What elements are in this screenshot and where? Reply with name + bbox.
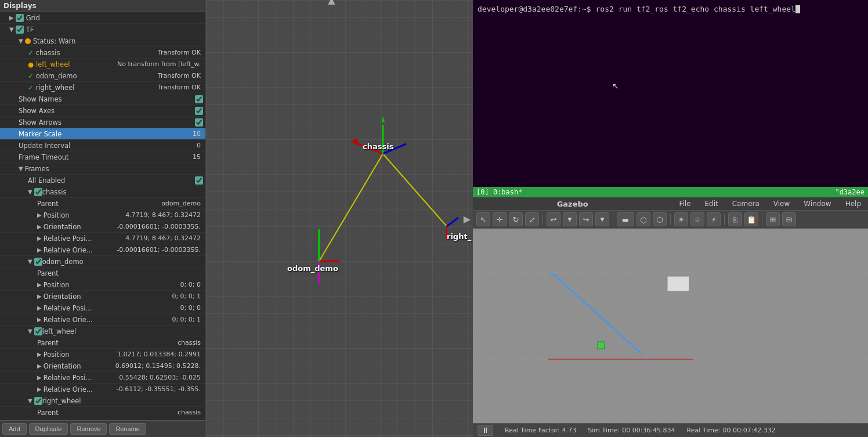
chassis-relpos-row[interactable]: ▶ Relative Posi... 4.7719; 8.467; 0.3247…: [0, 233, 205, 244]
mouse-cursor-indicator: ↖: [612, 81, 619, 91]
odom-orientation-value: 0; 0; 0; 1: [172, 292, 203, 300]
odom-frame-checkbox[interactable]: [34, 258, 42, 266]
show-arrows-row[interactable]: Show Arrows: [0, 117, 205, 128]
show-names-checkbox[interactable]: [195, 95, 203, 103]
marker-scale-row[interactable]: Marker Scale 10: [0, 128, 205, 140]
rotate-tool-btn[interactable]: ↻: [509, 212, 523, 226]
odom-frame-expand[interactable]: ▼: [28, 258, 32, 265]
show-axes-row[interactable]: Show Axes: [0, 105, 205, 117]
cylinder-btn[interactable]: ⬡: [653, 212, 667, 226]
tf-checkbox[interactable]: [16, 26, 24, 34]
lw-position-row[interactable]: ▶ Position 1.0217; 0.013384; 0.2991: [0, 349, 205, 360]
frame-timeout-row[interactable]: Frame Timeout 15: [0, 151, 205, 163]
update-interval-row[interactable]: Update Interval 0: [0, 140, 205, 151]
chassis-position-row[interactable]: ▶ Position 4.7719; 8.467; 0.32472: [0, 210, 205, 221]
chassis-relorie-row[interactable]: ▶ Relative Orie... -0.00016601; -0.00033…: [0, 244, 205, 256]
gazebo-menu-view[interactable]: View: [771, 198, 792, 209]
gazebo-menu-edit[interactable]: Edit: [702, 198, 720, 209]
svg-rect-16: [598, 342, 605, 349]
copy-btn[interactable]: ⎘: [728, 212, 742, 226]
light2-btn[interactable]: ☆: [690, 212, 704, 226]
show-names-row[interactable]: Show Names: [0, 93, 205, 105]
grid-label[interactable]: Grid: [26, 14, 203, 22]
status-warn-dot: [25, 38, 31, 44]
toolbar-sep-3: [670, 214, 671, 225]
chassis-status-row[interactable]: ✓ chassis Transform OK: [0, 47, 205, 59]
status-row[interactable]: ▼ Status: Warn: [0, 35, 205, 47]
odom-relpos-row[interactable]: ▶ Relative Posi... 0; 0; 0: [0, 302, 205, 314]
chassis-orientation-row[interactable]: ▶ Orientation -0.00016601; -0.0003355.: [0, 221, 205, 233]
right-wheel-frame-checkbox[interactable]: [34, 397, 42, 405]
align-btn[interactable]: ⊞: [766, 212, 780, 226]
gazebo-menu-help[interactable]: Help: [843, 198, 863, 209]
tf-row[interactable]: ▼ TF: [0, 24, 205, 35]
rename-button[interactable]: Rename: [109, 423, 146, 435]
frame-timeout-label: Frame Timeout: [19, 153, 193, 161]
odom-relpos-value: 0; 0; 0: [180, 304, 203, 312]
gazebo-menu-camera[interactable]: Camera: [730, 198, 762, 209]
status-expand-arrow[interactable]: ▼: [19, 38, 23, 44]
toolbar-sep-4: [724, 214, 725, 225]
odom-orientation-row[interactable]: ▶ Orientation 0; 0; 0; 1: [0, 291, 205, 302]
undo-btn[interactable]: ↩: [547, 212, 560, 226]
odom-demo-frame-row[interactable]: ▼ odom_demo: [0, 256, 205, 268]
undo-dropdown-btn[interactable]: ▼: [563, 212, 577, 226]
pause-button[interactable]: ⏸: [478, 425, 493, 436]
grid-checkbox[interactable]: [16, 14, 24, 22]
remove-button[interactable]: Remove: [70, 423, 107, 435]
chassis-frame-row[interactable]: ▼ chassis: [0, 186, 205, 198]
translate-tool-btn[interactable]: ✛: [493, 212, 507, 226]
show-axes-checkbox[interactable]: [195, 107, 203, 115]
redo-btn[interactable]: ↪: [579, 212, 593, 226]
odom-relorie-row[interactable]: ▶ Relative Orie... 0; 0; 0; 1: [0, 314, 205, 326]
displays-header: Displays: [0, 0, 205, 12]
show-arrows-checkbox[interactable]: [195, 118, 203, 127]
frames-row[interactable]: ▼ Frames: [0, 163, 205, 175]
chassis-relpos-expand[interactable]: ▶: [37, 235, 42, 241]
chassis-ori-expand[interactable]: ▶: [37, 223, 42, 230]
left-wheel-frame-checkbox[interactable]: [34, 327, 42, 335]
frames-expand-arrow[interactable]: ▼: [19, 165, 23, 172]
snap-btn[interactable]: ⊟: [782, 212, 796, 226]
gazebo-menu-window[interactable]: Window: [801, 198, 833, 209]
select-tool-btn[interactable]: ↖: [476, 212, 490, 226]
odom-position-row[interactable]: ▶ Position 0; 0; 0: [0, 279, 205, 291]
all-enabled-row[interactable]: All Enabled: [0, 175, 205, 186]
tf-expand-arrow[interactable]: ▼: [9, 26, 14, 32]
left-wheel-frame-row[interactable]: ▼ left_wheel: [0, 326, 205, 337]
box-btn[interactable]: ▬: [617, 212, 634, 226]
gazebo-viewport[interactable]: [473, 229, 868, 423]
viewport-right-arrow[interactable]: ▶: [461, 211, 473, 226]
displays-list[interactable]: ▶ Grid ▼ TF ▼ Status: Warn ✓ chassis Tra…: [0, 12, 205, 420]
terminal-panel[interactable]: developer@d3a2ee02e7ef:~$ ros2 run tf2_r…: [473, 0, 868, 197]
paste-btn[interactable]: 📋: [744, 212, 758, 226]
viewport-top-arrow[interactable]: ▲: [324, 0, 339, 8]
chassis-frame-checkbox[interactable]: [34, 188, 42, 196]
lw-orientation-row[interactable]: ▶ Orientation 0.69012; 0.15495; 0.5228.: [0, 360, 205, 372]
light1-btn[interactable]: ☀: [674, 212, 688, 226]
rw-parent-row: Parent chassis: [0, 407, 205, 418]
rviz-viewport[interactable]: chassis odom_demo right_ ▶ ▲: [206, 0, 473, 437]
all-enabled-checkbox[interactable]: [195, 176, 203, 185]
right-wheel-frame-row[interactable]: ▼ right_wheel: [0, 395, 205, 407]
gazebo-menu-file[interactable]: File: [677, 198, 693, 209]
sphere-btn[interactable]: ○: [636, 212, 650, 226]
odom-demo-status-row[interactable]: ✓ odom_demo Transform OK: [0, 70, 205, 82]
chassis-orientation-label: Orientation: [44, 223, 117, 231]
grid-expand-arrow[interactable]: ▶: [9, 15, 14, 21]
chassis-relorie-expand[interactable]: ▶: [37, 247, 42, 253]
light3-btn[interactable]: ⚡: [707, 212, 721, 226]
add-button[interactable]: Add: [2, 423, 27, 435]
duplicate-button[interactable]: Duplicate: [29, 423, 68, 435]
redo-dropdown-btn[interactable]: ▼: [595, 212, 609, 226]
scale-tool-btn[interactable]: ⤢: [525, 212, 539, 226]
chassis-frame-expand[interactable]: ▼: [28, 189, 32, 195]
grid-row[interactable]: ▶ Grid: [0, 12, 205, 24]
status-label: Status: Warn: [33, 37, 203, 45]
lw-relpos-row[interactable]: ▶ Relative Posi... 0.55428; 0.62503; -0.…: [0, 372, 205, 384]
chassis-pos-expand[interactable]: ▶: [37, 212, 42, 218]
left-wheel-status-row[interactable]: ● left_wheel No transform from [left_w.: [0, 59, 205, 70]
right-wheel-status-row[interactable]: ✓ right_wheel Transform OK: [0, 82, 205, 93]
tf-label[interactable]: TF: [26, 26, 203, 34]
lw-relorie-row[interactable]: ▶ Relative Orie... -0.6112; -0.35551; -0…: [0, 384, 205, 395]
